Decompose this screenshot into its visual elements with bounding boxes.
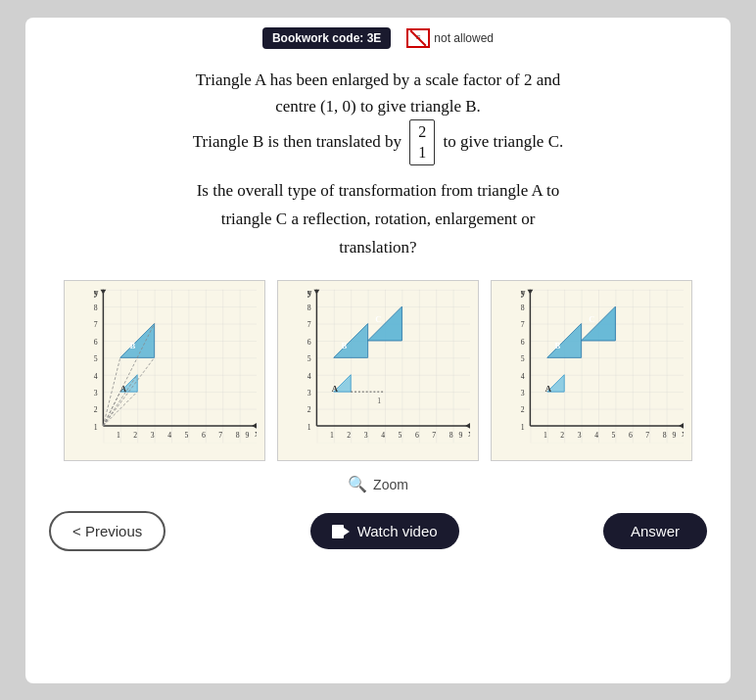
q-line2: centre (1, 0) to give triangle B. (275, 97, 481, 116)
svg-text:x: x (682, 428, 684, 439)
not-allowed-badge: ≡ not allowed (406, 28, 494, 48)
graph1: y x 1 2 3 4 5 6 7 8 9 1 2 3 4 5 6 7 (64, 280, 265, 461)
svg-text:B: B (342, 341, 348, 350)
svg-text:7: 7 (94, 321, 98, 330)
svg-text:5: 5 (307, 354, 311, 363)
svg-text:1: 1 (307, 423, 311, 432)
svg-text:8: 8 (94, 303, 98, 312)
svg-text:5: 5 (94, 354, 98, 363)
svg-text:1: 1 (330, 431, 334, 440)
translation-vector: 2 1 (409, 119, 435, 166)
svg-text:9: 9 (672, 431, 676, 440)
svg-text:5: 5 (399, 431, 402, 440)
svg-rect-35 (316, 290, 470, 443)
graph2: y x 1 2 3 4 5 6 7 8 9 1 2 3 4 5 6 7 8 9 (277, 280, 479, 461)
svg-text:7: 7 (307, 321, 311, 330)
svg-text:A: A (545, 384, 552, 394)
svg-text:4: 4 (594, 431, 598, 440)
main-card: Bookwork code: 3E ≡ not allowed Triangle… (25, 18, 731, 683)
svg-text:6: 6 (521, 338, 525, 347)
svg-text:5: 5 (521, 354, 525, 363)
svg-text:6: 6 (307, 338, 311, 347)
svg-marker-100 (344, 528, 350, 536)
svg-rect-99 (332, 525, 344, 538)
svg-text:9: 9 (458, 431, 462, 440)
svg-text:3: 3 (364, 431, 368, 440)
graph3-svg: y x 1 2 3 4 5 6 7 8 9 1 2 3 4 5 6 7 8 9 (513, 289, 684, 446)
q-line4: Is the overall (197, 181, 284, 200)
answer-button[interactable]: Answer (603, 513, 707, 549)
svg-text:6: 6 (415, 431, 419, 440)
q-line3-pre: Triangle B is then translated by (193, 132, 402, 151)
previous-label: < Previous (72, 523, 142, 539)
graph3: y x 1 2 3 4 5 6 7 8 9 1 2 3 4 5 6 7 8 9 (491, 280, 692, 461)
svg-text:7: 7 (521, 321, 525, 330)
svg-text:6: 6 (202, 431, 206, 440)
q-line6: translation? (339, 238, 416, 257)
svg-text:C: C (375, 314, 381, 324)
svg-text:8: 8 (521, 303, 525, 312)
not-allowed-label: not allowed (434, 31, 494, 45)
graph1-svg: y x 1 2 3 4 5 6 7 8 9 1 2 3 4 5 6 7 (86, 289, 257, 446)
graphs-row: y x 1 2 3 4 5 6 7 8 9 1 2 3 4 5 6 7 (64, 280, 692, 461)
question-text-block2: Is the overall type of transformation fr… (158, 165, 599, 262)
svg-rect-68 (530, 290, 684, 443)
q-line1: Triangle A has been enlarged by a scale … (196, 70, 560, 89)
svg-text:1: 1 (521, 423, 525, 432)
svg-text:4: 4 (94, 372, 98, 381)
svg-text:B: B (129, 341, 135, 350)
svg-text:2: 2 (521, 406, 525, 415)
svg-text:2: 2 (133, 431, 137, 440)
svg-text:7: 7 (645, 431, 649, 440)
svg-text:4: 4 (307, 372, 311, 381)
svg-text:4: 4 (167, 431, 171, 440)
svg-text:7: 7 (218, 431, 222, 440)
svg-text:6: 6 (629, 431, 633, 440)
video-icon (332, 525, 350, 538)
answer-label: Answer (631, 523, 680, 539)
watch-video-label: Watch video (357, 523, 438, 539)
svg-text:2: 2 (94, 406, 98, 415)
svg-text:C: C (589, 314, 594, 324)
svg-text:8: 8 (236, 431, 240, 440)
svg-text:1: 1 (94, 423, 98, 432)
question-text-block1: Triangle A has been enlarged by a scale … (154, 59, 603, 166)
translation-top: 2 (418, 122, 426, 143)
zoom-row: 🔍 Zoom (348, 475, 408, 493)
watch-video-button[interactable]: Watch video (310, 513, 459, 549)
svg-text:3: 3 (578, 431, 582, 440)
svg-text:3: 3 (307, 389, 311, 397)
svg-text:x: x (255, 428, 257, 439)
svg-text:x: x (468, 428, 470, 439)
svg-text:1: 1 (377, 397, 381, 405)
bookwork-badge: Bookwork code: 3E (262, 27, 391, 49)
svg-text:8: 8 (663, 431, 667, 440)
svg-text:2: 2 (560, 431, 564, 440)
zoom-icon: 🔍 (348, 475, 367, 493)
svg-rect-0 (103, 290, 257, 443)
svg-text:5: 5 (185, 431, 189, 440)
top-bar: Bookwork code: 3E ≡ not allowed (25, 18, 731, 59)
svg-text:8: 8 (449, 431, 453, 440)
zoom-label: Zoom (373, 477, 408, 492)
translation-bottom: 1 (418, 143, 426, 163)
svg-text:4: 4 (381, 431, 385, 440)
q-line5: triangle C a reflection, rotation, enlar… (221, 210, 536, 228)
graph2-svg: y x 1 2 3 4 5 6 7 8 9 1 2 3 4 5 6 7 8 9 (300, 289, 470, 446)
svg-text:5: 5 (612, 431, 616, 440)
svg-text:1: 1 (543, 431, 547, 440)
svg-text:9: 9 (245, 431, 249, 440)
svg-text:9: 9 (94, 291, 98, 300)
svg-text:2: 2 (347, 431, 351, 440)
svg-text:A: A (332, 384, 339, 394)
q-bold-word: type (288, 181, 316, 200)
svg-text:8: 8 (307, 303, 311, 312)
svg-text:4: 4 (521, 372, 525, 381)
svg-text:2: 2 (307, 406, 311, 415)
bottom-bar: < Previous Watch video Answer (25, 511, 731, 551)
svg-text:3: 3 (151, 431, 155, 440)
svg-text:1: 1 (117, 431, 120, 440)
previous-button[interactable]: < Previous (49, 511, 165, 551)
svg-text:9: 9 (521, 291, 525, 300)
svg-text:B: B (555, 341, 561, 350)
